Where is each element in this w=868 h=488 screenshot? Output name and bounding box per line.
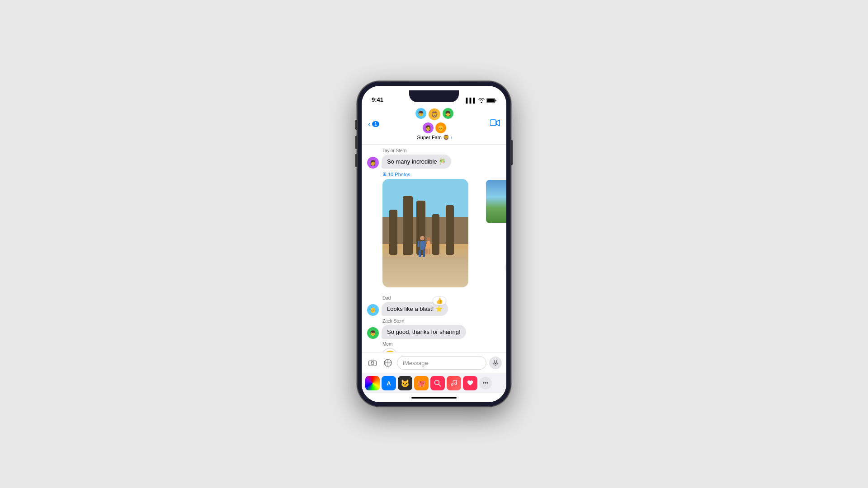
more-icon: •••: [483, 380, 489, 386]
group-name: Super Fam 🦁 ›: [417, 135, 453, 141]
status-time: 9:41: [372, 96, 383, 103]
power-button: [511, 140, 513, 165]
phone-device: 9:41 ▌▌▌ ‹ 1: [357, 81, 511, 407]
volume-up-button: [355, 136, 357, 149]
home-indicator: [362, 393, 506, 402]
avatar-1: 👦: [415, 108, 427, 119]
silent-switch: [355, 120, 357, 130]
svg-rect-10: [427, 241, 430, 249]
app-tray: A 🐱 🐙 •••: [362, 373, 506, 393]
message-row-mom: 👩 😍: [367, 348, 501, 352]
bubble-taylor[interactable]: So many incredible 🎋: [382, 155, 451, 169]
svg-rect-2: [490, 120, 496, 126]
svg-point-21: [451, 384, 453, 385]
video-call-button[interactable]: [490, 119, 500, 129]
message-row-zack: 👦 So good, thanks for sharing!: [367, 325, 501, 339]
svg-rect-12: [429, 249, 430, 254]
reaction-heart-eyes[interactable]: 😍: [382, 348, 398, 352]
svg-rect-5: [419, 250, 421, 257]
svg-rect-17: [495, 360, 497, 364]
svg-point-3: [420, 236, 425, 240]
avatar-zack: 👦: [367, 327, 379, 339]
message-text-dad: Looks like a blast! ⭐: [387, 305, 443, 312]
grid-icon: ⊞: [382, 171, 387, 177]
avatar-5: 👴: [435, 122, 447, 134]
sender-name-mom: Mom: [382, 342, 501, 347]
home-bar: [411, 397, 457, 399]
tray-search-app[interactable]: [430, 376, 445, 390]
input-placeholder: iMessage: [403, 360, 428, 366]
tray-memoji-app[interactable]: 🐙: [414, 376, 429, 390]
avatar-3: 👧: [442, 108, 454, 119]
photo-scene: [382, 179, 468, 287]
palm-tree-2: [403, 196, 413, 255]
photo-container[interactable]: [382, 179, 501, 287]
svg-line-20: [439, 385, 441, 387]
svg-point-22: [455, 383, 457, 385]
share-button[interactable]: [505, 261, 506, 274]
svg-rect-6: [423, 250, 425, 257]
svg-rect-8: [424, 241, 426, 247]
svg-point-9: [427, 237, 430, 241]
photo-main[interactable]: [382, 179, 468, 287]
tray-animoji-app[interactable]: 🐱: [398, 376, 412, 390]
photos-count-text: 10 Photos: [388, 172, 410, 177]
apps-button[interactable]: [382, 357, 394, 369]
svg-rect-13: [369, 361, 377, 366]
battery-icon: [486, 98, 496, 103]
sender-name-taylor: Taylor Stern: [382, 148, 501, 153]
bubble-zack[interactable]: So good, thanks for sharing!: [382, 325, 466, 339]
svg-rect-7: [418, 241, 420, 247]
svg-point-14: [371, 362, 374, 365]
avatar-row-top: 👦 🦁 👧: [415, 108, 454, 121]
status-icons: ▌▌▌: [466, 98, 496, 103]
tray-more-button[interactable]: •••: [479, 377, 492, 389]
chevron-left-icon: ‹: [368, 120, 370, 128]
message-input[interactable]: iMessage: [397, 356, 486, 370]
camera-button[interactable]: [366, 357, 379, 369]
tray-appstore-app[interactable]: A: [382, 376, 396, 390]
tray-heart-app[interactable]: [463, 376, 477, 390]
svg-rect-4: [420, 241, 425, 250]
back-button[interactable]: ‹ 1: [368, 120, 379, 128]
avatar-highlighted: 🦁: [428, 108, 441, 121]
avatar-dad: 👴: [367, 304, 379, 316]
avatar-row-bottom: 👩 👴: [422, 122, 447, 134]
message-row-dad: 👴 Looks like a blast! ⭐ 👍: [367, 302, 501, 316]
photo-overlay: [485, 179, 506, 224]
message-text-taylor: So many incredible 🎋: [387, 158, 446, 165]
messages-area[interactable]: Taylor Stern 👩 So many incredible 🎋 ⊞ 10…: [362, 145, 506, 352]
badge-count: 1: [372, 121, 379, 127]
message-text-zack: So good, thanks for sharing!: [387, 328, 461, 335]
input-bar: iMessage: [362, 352, 506, 373]
audio-button[interactable]: [489, 357, 502, 369]
avatar-4: 👩: [422, 122, 434, 134]
photos-label[interactable]: ⊞ 10 Photos: [382, 171, 501, 177]
tray-photos-app[interactable]: [365, 376, 380, 390]
tapback-thumbs-up: 👍: [433, 296, 446, 305]
figure-group: [414, 235, 437, 263]
group-chevron-icon: ›: [451, 135, 452, 140]
sender-name-zack: Zack Stern: [382, 319, 501, 324]
svg-rect-1: [487, 99, 495, 102]
message-row-1: 👩 So many incredible 🎋: [367, 155, 501, 169]
palm-tree-1: [389, 210, 397, 255]
wifi-icon: [478, 98, 485, 103]
notch: [409, 90, 459, 102]
signal-icon: ▌▌▌: [466, 98, 476, 103]
avatar-taylor: 👩: [367, 157, 379, 169]
phone-screen: 9:41 ▌▌▌ ‹ 1: [362, 86, 506, 402]
nav-bar: ‹ 1 👦 🦁 👧 👩 👴 Super Fam 🦁 ›: [362, 106, 506, 145]
group-info[interactable]: 👦 🦁 👧 👩 👴 Super Fam 🦁 ›: [415, 108, 454, 141]
palm-tree-5: [446, 205, 454, 255]
volume-down-button: [355, 154, 357, 167]
tray-music-app[interactable]: [447, 376, 461, 390]
svg-rect-11: [426, 249, 428, 254]
